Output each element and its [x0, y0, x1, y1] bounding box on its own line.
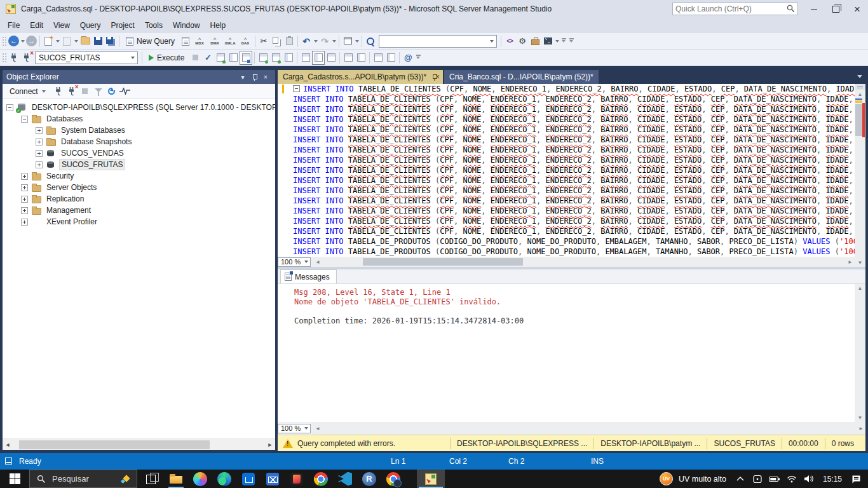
taskbar-app-chrome[interactable]: [309, 470, 333, 488]
activity-monitor-icon[interactable]: [119, 85, 132, 98]
tab-messages[interactable]: Messages: [280, 269, 337, 283]
editor-hscrollbar[interactable]: ◄ ►: [313, 257, 855, 267]
scrollbar-thumb[interactable]: [855, 104, 862, 136]
new-query-button[interactable]: New Query: [121, 34, 179, 48]
scroll-right-icon[interactable]: ►: [846, 257, 855, 267]
paste-icon[interactable]: [283, 34, 295, 48]
results-to-text-icon[interactable]: [299, 51, 312, 65]
execute-button[interactable]: Execute: [144, 51, 189, 65]
xml-editor-icon[interactable]: <>: [503, 34, 516, 48]
live-query-statistics-icon[interactable]: [269, 51, 282, 65]
tab-list-dropdown-icon[interactable]: [857, 75, 862, 81]
taskbar-search-input[interactable]: [51, 473, 117, 484]
taskbar-app-r[interactable]: [357, 470, 381, 488]
chevron-down-icon[interactable]: [487, 36, 496, 47]
expand-icon[interactable]: [36, 161, 43, 168]
tree-item-server-objects[interactable]: Server Objects: [3, 182, 275, 193]
tree-item-sucos-vendas[interactable]: SUCOS_VENDAS: [3, 147, 275, 159]
cut-icon[interactable]: ✂: [257, 34, 270, 48]
mdx-query-icon[interactable]: ^MDX: [192, 34, 207, 48]
chevron-down-icon[interactable]: [128, 52, 137, 64]
connect-object-explorer-icon[interactable]: [52, 85, 65, 98]
open-file-icon[interactable]: [79, 34, 92, 48]
collapse-icon[interactable]: [6, 104, 13, 111]
uv-index-icon[interactable]: UV: [660, 472, 673, 485]
increase-indent-icon[interactable]: [384, 51, 397, 65]
output-window-icon[interactable]: [541, 34, 554, 48]
output-window-dropdown-icon[interactable]: [554, 34, 560, 48]
navigate-backward-icon[interactable]: ←: [8, 36, 19, 46]
toolbar-grip[interactable]: [1, 52, 6, 64]
taskbar-app-chrome-profile[interactable]: [381, 470, 405, 488]
decrease-indent-icon[interactable]: [372, 51, 384, 65]
filter-icon[interactable]: [92, 85, 105, 98]
toolbox-icon[interactable]: [529, 34, 541, 48]
close-icon[interactable]: ×: [260, 72, 271, 82]
expand-icon[interactable]: [21, 219, 28, 226]
taskbar-app-edge[interactable]: [212, 470, 236, 488]
restore-button[interactable]: [825, 0, 846, 18]
clock[interactable]: 15:15: [823, 475, 842, 484]
menu-tools[interactable]: Tools: [140, 19, 168, 32]
taskbar-app-vscode[interactable]: [333, 470, 357, 488]
scrollbar-thumb[interactable]: [363, 258, 523, 266]
specify-template-parameters-icon[interactable]: @: [402, 51, 414, 65]
expand-icon[interactable]: [21, 173, 28, 180]
scroll-right-icon[interactable]: ►: [857, 422, 865, 435]
menu-file[interactable]: File: [3, 19, 25, 32]
redo-icon[interactable]: ↷: [318, 34, 331, 48]
start-button[interactable]: [0, 470, 29, 488]
cancel-query-icon[interactable]: [189, 51, 201, 65]
messages-vscrollbar[interactable]: ▲ ▼: [855, 284, 865, 422]
uncomment-selection-icon[interactable]: [355, 51, 367, 65]
scroll-left-icon[interactable]: ◄: [3, 439, 13, 450]
scroll-up-icon[interactable]: ▲: [855, 90, 865, 98]
parse-icon[interactable]: ✓: [201, 51, 214, 65]
navigate-forward-icon[interactable]: →: [26, 36, 37, 46]
scroll-right-icon[interactable]: ►: [265, 439, 275, 450]
expand-icon[interactable]: [21, 207, 28, 214]
taskbar-search[interactable]: [29, 470, 137, 488]
close-button[interactable]: [846, 0, 868, 18]
navigate-backward-dropdown-icon[interactable]: [20, 34, 25, 48]
stop-icon[interactable]: [79, 85, 92, 98]
taskbar-app-file-explorer[interactable]: [164, 470, 188, 488]
menu-project[interactable]: Project: [106, 19, 140, 32]
tools-gear-icon[interactable]: ⚙: [516, 34, 529, 48]
battery-icon[interactable]: [769, 473, 780, 485]
tree-item-desktop-iapoilb-sqlexpress-sql[interactable]: DESKTOP-IAPOILB\SQLEXPRESS (SQL Server 1…: [3, 102, 275, 113]
undo-dropdown-icon[interactable]: [313, 34, 318, 48]
messages-pane[interactable]: Msg 208, Level 16, State 1, Line 1Nome d…: [278, 284, 855, 422]
menu-view[interactable]: View: [48, 19, 75, 32]
menu-query[interactable]: Query: [75, 19, 106, 32]
display-estimated-plan-icon[interactable]: [257, 51, 269, 65]
chevron-up-icon[interactable]: [735, 473, 746, 485]
splitter-grip[interactable]: [855, 84, 865, 90]
expand-icon[interactable]: [36, 127, 43, 134]
messages-zoom-select[interactable]: 100 %: [278, 424, 311, 433]
disconnect-icon[interactable]: [65, 85, 78, 98]
wifi-icon[interactable]: [786, 473, 797, 485]
find-combo-combobox[interactable]: [379, 35, 497, 48]
scroll-up-icon[interactable]: ▲: [855, 284, 865, 292]
change-connection-icon[interactable]: [20, 51, 33, 65]
add-item-dropdown-icon[interactable]: [73, 34, 79, 48]
menu-help[interactable]: Help: [205, 19, 231, 32]
editor-zoom-select[interactable]: 100 %: [278, 257, 311, 267]
tree-item-databases[interactable]: Databases: [3, 113, 275, 125]
editor-vscrollbar[interactable]: ▲ ▼: [855, 84, 865, 267]
taskbar-app-copilot[interactable]: [188, 470, 212, 488]
selection-browser-icon[interactable]: [341, 34, 354, 48]
taskbar-app-mail[interactable]: [261, 470, 285, 488]
refresh-icon[interactable]: [105, 85, 118, 98]
taskbar-app-ssms[interactable]: [417, 470, 445, 488]
scroll-down-icon[interactable]: ▼: [855, 259, 865, 267]
scrollbar-thumb[interactable]: [19, 440, 210, 449]
taskbar-app-microsoft-store[interactable]: [236, 470, 261, 488]
document-tab-1[interactable]: Carga_Cadastros.s...APOILB\patym (53))*×: [278, 70, 443, 84]
window-position-icon[interactable]: ▾: [237, 72, 248, 82]
available-databases-combobox[interactable]: SUCOS_FRUTAS: [35, 51, 138, 64]
toolbar-overflow-1-icon[interactable]: [560, 34, 567, 48]
expand-icon[interactable]: [36, 139, 43, 146]
connect-menu-button[interactable]: Connect: [5, 85, 51, 98]
